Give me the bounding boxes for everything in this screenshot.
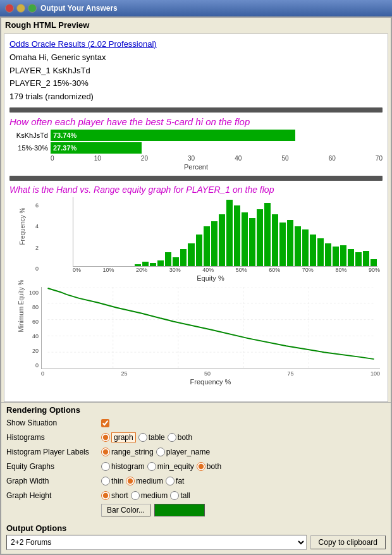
graph-width-medium-radio[interactable] [126,477,135,485]
equity-graphs-both-radio[interactable] [197,462,205,471]
equity-graphs-histogram-label: histogram [111,462,145,471]
bar-color-swatch [154,504,205,516]
graph-height-tall-label: tall [180,491,190,500]
player-labels-name-option[interactable]: player_name [156,448,210,456]
preview-section-label: Rough HTML Preview [1,18,391,32]
graph-width-thin-radio[interactable] [101,477,110,485]
x-axis-label: Percent [9,163,383,171]
forum-select[interactable]: 2+2 Forums Other [6,535,307,550]
player-labels-name-radio[interactable] [156,448,165,456]
hist-bar [272,214,278,266]
line4: 179 trials (randomized) [9,92,94,101]
odds-oracle-link[interactable]: Odds Oracle Results (2.02 Professional) [9,39,157,49]
graph-width-fat-radio[interactable] [166,477,175,485]
hist-bar [264,203,271,266]
close-button[interactable] [5,4,14,13]
graph-width-fat-option[interactable]: fat [166,477,184,485]
bar-chart: KsKhJsTd 73.74% 15%-30% 27.37% 010203040… [9,130,383,171]
graph-height-short-radio[interactable] [101,491,110,500]
x-axis: 010203040506070 [51,155,383,162]
player-labels-range-radio[interactable] [101,448,110,456]
preview-area[interactable]: Odds Oracle Results (2.02 Professional) … [4,34,388,402]
graph-width-medium-label: medium [136,477,163,485]
window-controls[interactable] [5,4,37,13]
hist-bar [135,264,141,266]
hist-bar [371,259,377,266]
hist-bar [211,221,217,266]
hist-bar [325,243,331,266]
line3: PLAYER_2 15%-30% [9,78,89,88]
bar-fill-2: 27.37% [51,142,142,154]
histograms-controls[interactable]: graph table both [101,432,192,442]
graph-width-controls[interactable]: thin medium fat [101,477,184,485]
show-situation-label: Show Situation [6,418,101,427]
graph-height-tall-option[interactable]: tall [170,491,190,500]
hist-bar [196,235,202,266]
hist-bar [157,260,164,266]
rendering-options-title: Rendering Options [6,405,386,415]
graph-width-thin-option[interactable]: thin [101,477,123,485]
copy-to-clipboard-button[interactable]: Copy to clipboard [310,535,386,549]
hist-bar [295,226,301,266]
equity-graphs-both-option[interactable]: both [197,462,221,471]
equity-x-label: Frequency % [41,378,380,386]
equity-graphs-minequity-radio[interactable] [147,462,156,471]
histogram-bar-chart [73,197,377,267]
title-bar: Output Your Answers [0,0,392,16]
equity-graphs-minequity-option[interactable]: min_equity [147,462,194,471]
equity-graphs-histogram-radio[interactable] [101,462,110,471]
histograms-graph-radio[interactable] [101,433,110,442]
hist-bar [279,223,286,266]
graph-width-fat-label: fat [176,477,184,485]
hist-bar [242,212,248,266]
hist-y-label: Frequency % [19,208,26,245]
histograms-graph-option[interactable]: graph [101,432,136,442]
line2: PLAYER_1 KsKhJsTd [9,66,90,75]
histograms-both-option[interactable]: both [168,433,192,442]
separator-bar-1 [9,107,383,113]
output-options-title: Output Options [6,523,386,533]
graph-height-medium-option[interactable]: medium [131,491,168,500]
bar-color-button[interactable]: Bar Color... [101,504,150,516]
histograms-table-radio[interactable] [138,433,147,442]
equity-graphs-controls[interactable]: histogram min_equity both [101,462,221,471]
hist-bar [340,245,346,266]
bar-row-2: 15%-30% 27.37% [9,142,383,154]
line1: Omaha Hi, Generic syntax [9,52,106,62]
equity-graphs-histogram-option[interactable]: histogram [101,462,145,471]
hist-bar [249,218,255,266]
hist-bar [310,235,316,266]
histograms-both-radio[interactable] [168,433,176,442]
hist-bar [173,257,179,266]
show-situation-row: Show Situation [6,417,386,429]
graph-height-short-option[interactable]: short [101,491,128,500]
bar-color-controls[interactable]: Bar Color... [101,504,205,516]
hist-bar [317,238,324,266]
player-labels-range-option[interactable]: range_string [101,448,154,456]
histograms-row: Histograms graph table both [6,431,386,444]
graph-height-label: Graph Height [6,491,101,500]
player-labels-controls[interactable]: range_string player_name [101,448,210,456]
show-situation-checkbox[interactable] [101,419,109,427]
graph-width-medium-option[interactable]: medium [126,477,163,485]
graph-height-medium-label: medium [141,491,168,500]
show-situation-controls[interactable] [101,419,109,427]
player-labels-label: Histogram Player Labels [6,448,101,456]
hist-bar [219,214,225,266]
equity-graph-title: What is the Hand vs. Range equity graph … [9,185,383,195]
histogram-bars-container: 0%10%20%30%40%50%60%70%80%90% Equity % [41,197,380,282]
histogram-chart-wrapper: 0246 Frequency % [9,197,383,282]
graph-height-controls[interactable]: short medium tall [101,491,190,500]
equity-graphs-row: Equity Graphs histogram min_equity both [6,460,386,473]
hist-bar [287,220,293,266]
graph-height-tall-radio[interactable] [170,491,179,500]
graph-height-medium-radio[interactable] [131,491,140,500]
hist-bar [180,249,187,266]
output-options: Output Options 2+2 Forums Other Copy to … [1,521,391,554]
histograms-table-option[interactable]: table [138,433,165,442]
maximize-button[interactable] [28,4,37,13]
graph-height-row: Graph Height short medium tall [6,489,386,502]
equity-curve-svg [41,287,380,369]
hist-bar [363,251,369,266]
minimize-button[interactable] [16,4,25,13]
